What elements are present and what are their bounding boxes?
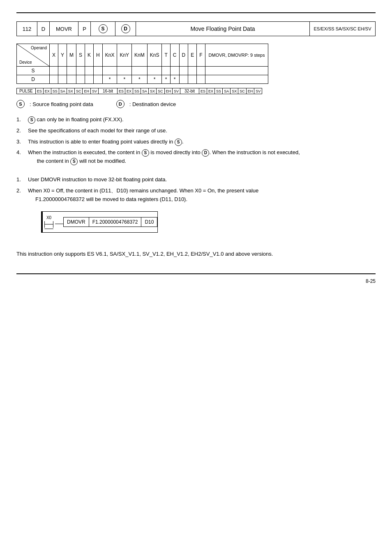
col-kns: KnS — [147, 44, 162, 67]
operand1-box: F1.20000004768372 — [89, 217, 142, 227]
d-m — [67, 75, 76, 84]
d-kns: * — [147, 75, 162, 84]
s-d — [179, 67, 188, 75]
col-knx: KnX — [102, 44, 117, 67]
note-1: 1. S can only be in floating point (FX.X… — [16, 116, 376, 124]
bit16-es: ES — [117, 88, 125, 94]
notes-section: 1. S can only be in floating point (FX.X… — [16, 116, 376, 166]
bit16-sv: SV — [173, 88, 180, 94]
d-d — [179, 75, 188, 84]
example-note-1: 1. User DMOVR instruction to move 32-bit… — [16, 176, 376, 184]
d-s — [76, 75, 85, 84]
note-2-text: See the specifications of each model for… — [28, 127, 167, 135]
bit16-sx: SX — [149, 88, 157, 94]
note-4-s-symbol2: S — [70, 158, 78, 165]
instr-compatibility: ES/EX/SS SA/SX/SC EH/SV — [310, 22, 376, 36]
col-y: Y — [58, 44, 67, 67]
diag-label-operand: Operand — [31, 46, 47, 50]
s-knm — [132, 67, 148, 75]
s-k — [85, 67, 94, 75]
col-e: E — [188, 44, 197, 67]
example-note-1-text: User DMOVR instruction to move 32-bit fl… — [28, 176, 167, 184]
operand2-box: D10 — [141, 217, 157, 227]
bit16-ex: EX — [125, 88, 133, 94]
diag-header-cell: Operand Device — [17, 44, 50, 67]
top-border — [16, 12, 376, 13]
col-c: C — [170, 44, 179, 67]
connect-line — [55, 224, 63, 224]
note-4-text: When the instruction is executed, the co… — [28, 148, 300, 166]
bit32-sv: SV — [254, 88, 262, 94]
s-steps — [205, 67, 268, 75]
s-knx — [102, 67, 117, 75]
d-knm: * — [132, 75, 148, 84]
s-c — [170, 67, 179, 75]
page-number: 8-25 — [16, 278, 376, 284]
instr-symbol-s-cell: S — [91, 22, 115, 36]
note-1-num: 1. — [16, 116, 28, 124]
horiz-top — [45, 224, 53, 224]
d-steps — [205, 75, 268, 84]
bit32-sc: SC — [238, 88, 247, 94]
s-m — [67, 67, 76, 75]
note-1-text: S can only be in floating point (FX.XX). — [28, 116, 124, 124]
d-f — [197, 75, 205, 84]
note-1-s-symbol: S — [28, 116, 35, 124]
bit32-ex: EX — [207, 88, 215, 94]
note-3: 3. This instruction is able to enter flo… — [16, 138, 376, 146]
s-kny — [117, 67, 132, 75]
instr-type: D — [37, 22, 50, 36]
bit16-label: 16-bit — [98, 88, 117, 94]
bit16-ss: SS — [133, 88, 141, 94]
col-s: S — [76, 44, 85, 67]
d-y — [58, 75, 67, 84]
s-y — [58, 67, 67, 75]
s-kns — [147, 67, 162, 75]
dmovr-box: DMOVR — [63, 217, 89, 227]
compat-sub-table: PULSE ES EX SS SA SX SC EH SV 16-bit ES … — [16, 88, 262, 94]
row-s-label: S — [17, 67, 50, 75]
note-3-num: 3. — [16, 138, 28, 146]
example-note-1-num: 1. — [16, 176, 28, 184]
note-3-s-symbol: S — [175, 139, 182, 146]
bit16-sa: SA — [141, 88, 148, 94]
instr-description: Move Floating Point Data — [136, 22, 310, 36]
operand-section: Operand Device X Y M S K H KnX KnY KnM K… — [16, 44, 376, 94]
instr-mnemonic: MOVR — [50, 22, 78, 36]
contact-x0-label: X0 — [46, 215, 51, 220]
note-4-d-symbol: D — [202, 149, 209, 157]
instr-symbol-d-cell: D — [115, 22, 136, 36]
pulse-sx: SX — [67, 88, 74, 94]
d-x — [50, 75, 58, 84]
pulse-es: ES — [35, 88, 43, 94]
bit32-es: ES — [199, 88, 207, 94]
col-x: X — [50, 44, 58, 67]
instr-variant: P — [78, 22, 91, 36]
contact-symbol — [44, 220, 53, 229]
d-k — [85, 75, 94, 84]
col-d: D — [179, 44, 188, 67]
pulse-sc: SC — [74, 88, 83, 94]
operand2-value: D10 — [145, 219, 154, 225]
example-note-2: 2. When X0 = Off, the content in (D11、D1… — [16, 187, 376, 204]
legend-section: S : Source floating point data D : Desti… — [16, 100, 376, 108]
d-h — [94, 75, 103, 84]
legend-d-text: : Destination device — [129, 101, 176, 107]
bottom-border — [16, 273, 376, 274]
pulse-sv: SV — [90, 88, 98, 94]
pulse-ex: EX — [43, 88, 51, 94]
dmovr-label: DMOVR — [67, 219, 85, 225]
version-note: This instruction only supports ES V6.1, … — [16, 251, 376, 257]
note-4-num: 4. — [16, 148, 28, 166]
legend-d-symbol: D — [116, 100, 125, 108]
operand1-value: F1.20000004768372 — [92, 219, 138, 225]
note-2-num: 2. — [16, 127, 28, 135]
ladder-diagram: X0 DMOVR F1.20000004768372 D10 — [41, 211, 158, 233]
bit32-sa: SA — [223, 88, 231, 94]
s-h — [94, 67, 103, 75]
bit16-eh: EH — [164, 88, 173, 94]
symbol-d-circle: D — [121, 24, 130, 33]
col-f: F — [197, 44, 205, 67]
bit32-sx: SX — [231, 88, 238, 94]
col-kny: KnY — [117, 44, 132, 67]
